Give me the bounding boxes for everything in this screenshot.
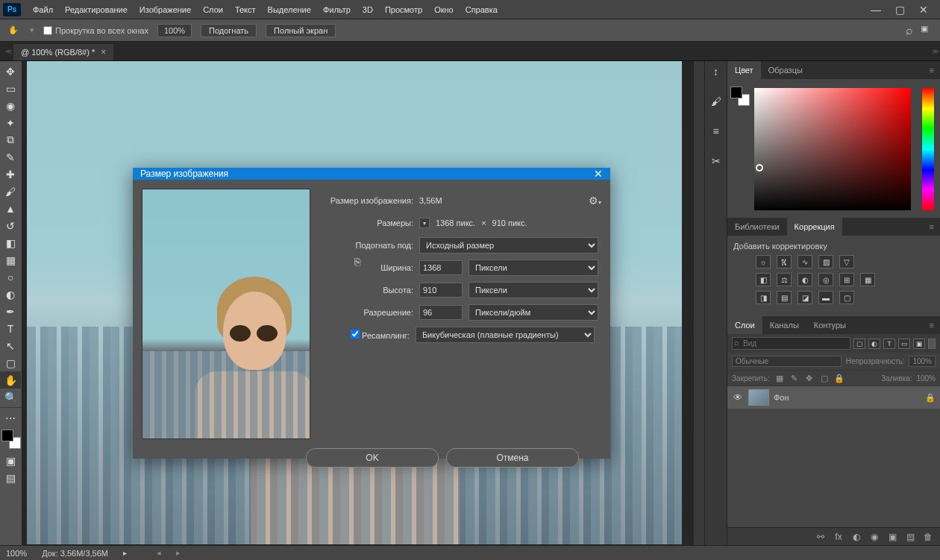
size-value: 3,56M: [419, 196, 442, 205]
dims-dropdown[interactable]: ▾: [419, 218, 430, 228]
cancel-button[interactable]: Отмена: [446, 448, 579, 468]
width-input[interactable]: [419, 260, 463, 275]
height-unit-select[interactable]: Пиксели: [469, 282, 598, 298]
resample-checkbox[interactable]: [351, 330, 360, 339]
width-label: Ширина:: [325, 263, 413, 272]
width-unit-select[interactable]: Пиксели: [469, 259, 598, 276]
dialog-body: Размер изображения: 3,56M ⚙▾ Размеры: ▾ …: [133, 180, 610, 448]
dialog-form: Размер изображения: 3,56M ⚙▾ Размеры: ▾ …: [325, 189, 601, 439]
resample-wrap: Ресамплинг:: [325, 330, 410, 340]
dims-width: 1368 пикс.: [436, 218, 475, 227]
dialog-overlay: Размер изображения ✕ Размер изображения:…: [0, 0, 940, 560]
size-label: Размер изображения:: [325, 196, 413, 205]
res-unit-select[interactable]: Пиксели/дюйм: [469, 304, 598, 321]
foreground-color[interactable]: [1, 430, 13, 441]
height-input[interactable]: [419, 283, 463, 298]
link-wh-icon[interactable]: ⎘: [354, 256, 360, 268]
dialog-title: Размер изображения: [140, 169, 228, 179]
dialog-close-button[interactable]: ✕: [594, 168, 603, 180]
dims-height: 910 пикс.: [492, 218, 527, 227]
height-label: Высота:: [325, 286, 413, 295]
res-label: Разрешение:: [325, 308, 413, 317]
image-size-dialog: Размер изображения ✕ Размер изображения:…: [133, 168, 610, 459]
fit-label: Подогнать под:: [325, 241, 413, 250]
dialog-preview: [142, 189, 310, 439]
res-input[interactable]: [419, 305, 463, 320]
resample-label: Ресамплинг:: [362, 331, 410, 340]
ok-button[interactable]: OK: [306, 448, 439, 468]
dims-label: Размеры:: [325, 218, 413, 227]
gear-icon[interactable]: ⚙▾: [589, 195, 601, 207]
dialog-titlebar[interactable]: Размер изображения ✕: [133, 168, 610, 180]
fit-select[interactable]: Исходный размер: [419, 237, 598, 254]
dims-x: ×: [481, 218, 486, 227]
resample-select[interactable]: Бикубическая (плавные градиенты): [416, 327, 595, 343]
dialog-buttons: OK Отмена: [133, 448, 610, 476]
